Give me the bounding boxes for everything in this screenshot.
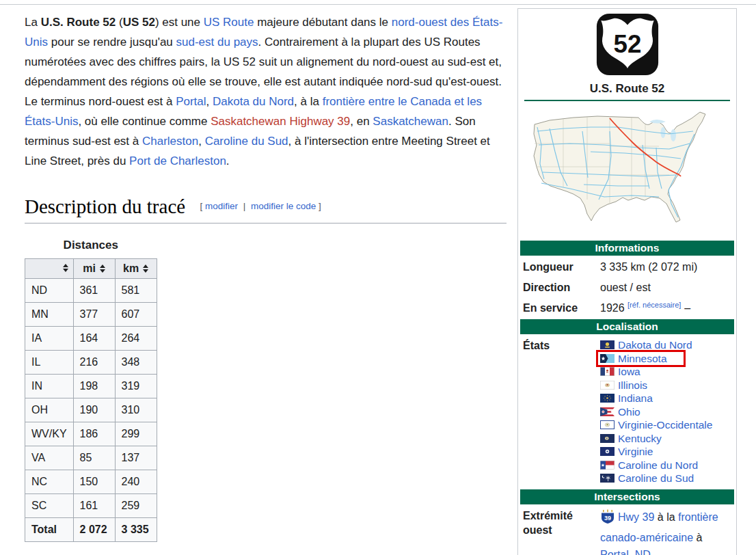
wiki-redlink[interactable]: Saskatchewan Highway 39: [211, 115, 350, 128]
value-text: ouest / est: [600, 282, 651, 293]
ref-needed-link[interactable]: [réf. nécessaire]: [627, 301, 681, 309]
intro-paragraph: La U.S. Route 52 (US 52) est une US Rout…: [25, 12, 507, 171]
infobox-info-row: Directionouest / est: [520, 278, 734, 297]
state-link-il[interactable]: Illinois: [618, 379, 647, 392]
table-row: ND361581: [25, 279, 157, 303]
states-list: Dakota du NordMinnesotaIowaIllinoisIndia…: [600, 338, 734, 485]
sort-header-km[interactable]: km: [115, 259, 157, 279]
table-row: IA164264: [25, 327, 157, 351]
state-item-oh: Ohio: [600, 405, 640, 419]
state-link-nc[interactable]: Caroline du Nord: [618, 459, 698, 472]
state-link-wv[interactable]: Virginie-Occidentale: [618, 418, 712, 432]
table-cell: 161: [73, 494, 115, 518]
state-item-in: Indiana: [600, 392, 653, 405]
flag-va-icon: [600, 447, 615, 456]
route-map-image[interactable]: [520, 103, 734, 239]
state-link-mn[interactable]: Minnesota: [618, 352, 667, 366]
table-cell: 216: [73, 351, 115, 375]
edit-source-link[interactable]: modifier le code: [251, 201, 316, 211]
state-link-va[interactable]: Virginie: [618, 445, 653, 459]
bracket-close: ]: [319, 201, 321, 211]
state-link-ia[interactable]: Iowa: [618, 365, 640, 379]
sort-arrows-icon: [63, 264, 68, 272]
text-run: ,: [198, 135, 204, 148]
state-item-va: Virginie: [600, 445, 653, 459]
infobox-header-intersections: Intersections: [520, 489, 734, 504]
table-cell: 310: [115, 398, 157, 422]
state-item-mn-highlighted: Minnesota: [598, 352, 684, 366]
table-cell: ND: [25, 279, 74, 303]
value-text: 1926: [600, 302, 625, 314]
wiki-link[interactable]: Saskatchewan: [373, 115, 448, 128]
text-run: à la: [654, 511, 678, 523]
wiki-link[interactable]: sud-est du pays: [176, 36, 258, 49]
states-label: États: [520, 336, 594, 487]
table-cell: 137: [115, 446, 157, 470]
table-cell: VA: [25, 446, 74, 470]
text-run: La: [25, 16, 41, 29]
flag-ia-icon: [600, 367, 615, 376]
wiki-link[interactable]: Port de Charleston: [129, 154, 226, 167]
wiki-link[interactable]: Portal: [176, 95, 206, 108]
table-cell: 164: [73, 327, 115, 351]
flag-sc-icon: [600, 474, 615, 483]
table-cell: 607: [115, 303, 157, 327]
edit-separator: |: [243, 201, 246, 211]
table-cell: 348: [115, 351, 157, 375]
state-link-oh[interactable]: Ohio: [618, 405, 640, 419]
table-cell: WV/KY: [25, 422, 74, 446]
table-cell: 240: [115, 470, 157, 494]
table-cell: 3 335: [115, 518, 157, 542]
edit-link[interactable]: modifier: [205, 201, 238, 211]
value-suffix: –: [684, 302, 690, 314]
table-caption: Distances: [25, 239, 157, 258]
svg-text:39: 39: [604, 514, 611, 521]
table-cell: IL: [25, 351, 74, 375]
text-run: , à la: [294, 95, 323, 108]
infobox-header-localisation: Localisation: [520, 319, 734, 334]
table-row: IL216348: [25, 351, 157, 375]
table-cell: 150: [73, 470, 115, 494]
text-run: pour se rendre jusqu'au: [48, 36, 176, 49]
wiki-link[interactable]: Portal, ND: [600, 549, 651, 555]
state-item-ky: Kentucky: [600, 432, 662, 446]
table-cell: 2 072: [73, 518, 115, 542]
text-run: ,: [206, 95, 213, 108]
state-link-nd[interactable]: Dakota du Nord: [618, 338, 692, 352]
wiki-link[interactable]: Caroline du Sud: [205, 135, 288, 148]
west-terminus-label: Extrémité ouest: [520, 506, 594, 555]
sort-header-mi[interactable]: mi: [73, 259, 115, 279]
us-52-shield-icon: 52: [596, 13, 659, 76]
svg-text:52: 52: [613, 30, 641, 58]
us-route-shield-image[interactable]: 52: [520, 11, 734, 79]
green-divider: [520, 100, 734, 101]
state-link-in[interactable]: Indiana: [618, 392, 653, 405]
wiki-link[interactable]: US Route: [204, 16, 254, 29]
column-label: mi: [83, 262, 96, 275]
table-row: NC150240: [25, 470, 157, 494]
state-item-sc: Caroline du Sud: [600, 472, 694, 485]
table-cell: 299: [115, 422, 157, 446]
wiki-link[interactable]: Charleston: [142, 135, 198, 148]
infobox-row-label: Longueur: [520, 258, 594, 276]
bold-text: U.S. Route 52: [41, 16, 116, 29]
table-row: IN198319: [25, 375, 157, 398]
text-run: , où elle continue comme: [78, 115, 211, 128]
wiki-link[interactable]: Hwy 39: [618, 511, 654, 523]
state-link-ky[interactable]: Kentucky: [618, 432, 662, 446]
flag-oh-icon: [600, 407, 615, 416]
flag-nd-icon: [600, 340, 615, 349]
infobox-row-value: 1926 [réf. nécessaire]–: [596, 299, 734, 317]
state-item-nc: Caroline du Nord: [600, 459, 698, 472]
table-cell: Total: [25, 518, 74, 542]
state-item-wv: Virginie-Occidentale: [600, 418, 712, 432]
flag-mn-icon: [600, 354, 615, 363]
text-run: , en: [350, 115, 373, 128]
bold-text: US 52: [123, 16, 155, 29]
sort-header-state[interactable]: [25, 259, 74, 279]
table-cell: SC: [25, 494, 74, 518]
section-title: Description du tracé: [25, 195, 185, 217]
wiki-link[interactable]: Dakota du Nord: [213, 95, 294, 108]
table-cell: 198: [73, 375, 115, 398]
state-link-sc[interactable]: Caroline du Sud: [618, 472, 694, 485]
